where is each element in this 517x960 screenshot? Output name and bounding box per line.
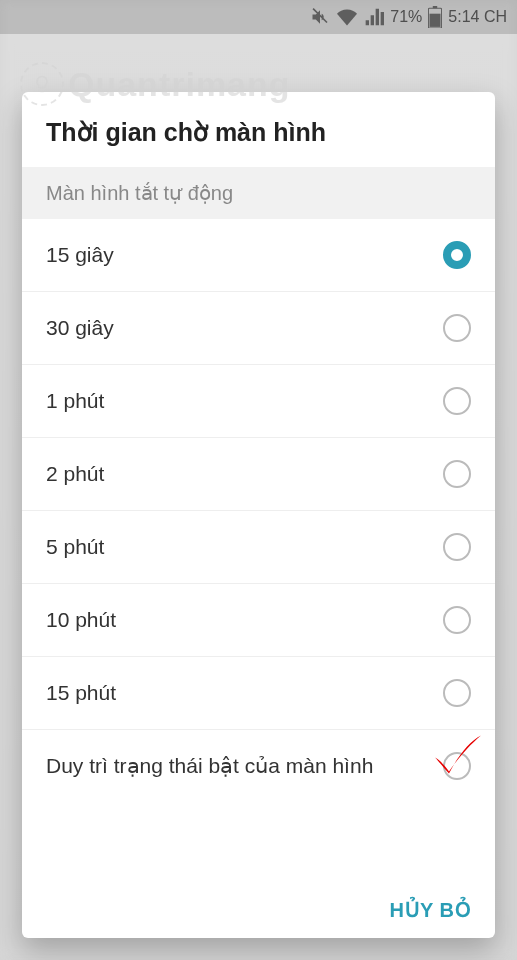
- option-2-phut[interactable]: 2 phút: [22, 438, 495, 511]
- option-label: 2 phút: [46, 460, 443, 487]
- dialog-title: Thời gian chờ màn hình: [22, 92, 495, 167]
- option-30-giay[interactable]: 30 giây: [22, 292, 495, 365]
- option-label: 15 phút: [46, 679, 443, 706]
- radio-icon: [443, 533, 471, 561]
- cancel-button[interactable]: HỦY BỎ: [390, 898, 471, 922]
- option-5-phut[interactable]: 5 phút: [22, 511, 495, 584]
- option-label: 30 giây: [46, 314, 443, 341]
- option-label: Duy trì trạng thái bật của màn hình: [46, 752, 443, 779]
- option-label: 10 phút: [46, 606, 443, 633]
- option-15-giay[interactable]: 15 giây: [22, 219, 495, 292]
- radio-icon: [443, 606, 471, 634]
- radio-icon: [443, 314, 471, 342]
- radio-icon: [443, 752, 471, 780]
- option-label: 5 phút: [46, 533, 443, 560]
- section-header: Màn hình tắt tự động: [22, 167, 495, 219]
- dialog-footer: HỦY BỎ: [22, 882, 495, 938]
- option-15-phut[interactable]: 15 phút: [22, 657, 495, 730]
- option-10-phut[interactable]: 10 phút: [22, 584, 495, 657]
- options-list: 15 giây 30 giây 1 phút 2 phút 5 phút 10 …: [22, 219, 495, 882]
- option-label: 15 giây: [46, 241, 443, 268]
- option-1-phut[interactable]: 1 phút: [22, 365, 495, 438]
- radio-icon: [443, 679, 471, 707]
- option-keep-screen-on[interactable]: Duy trì trạng thái bật của màn hình: [22, 730, 495, 802]
- option-label: 1 phút: [46, 387, 443, 414]
- radio-icon: [443, 460, 471, 488]
- screen-timeout-dialog: Thời gian chờ màn hình Màn hình tắt tự đ…: [22, 92, 495, 938]
- radio-icon: [443, 387, 471, 415]
- radio-icon: [443, 241, 471, 269]
